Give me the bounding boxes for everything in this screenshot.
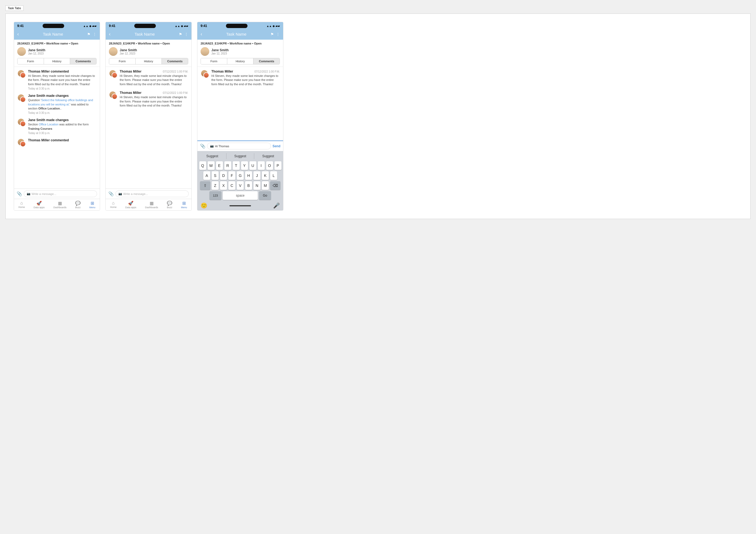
key-K[interactable]: K (262, 171, 269, 180)
content-3: Thomas Miller 07/12/2022 1:00 P.M. Hi St… (197, 67, 283, 141)
key-F[interactable]: F (229, 171, 235, 180)
emoji-icon[interactable]: 🙂 (201, 202, 207, 209)
task-meta-3: 28JAN23_E1HKPR • Workflow name • Open (201, 42, 280, 45)
tab-form-2[interactable]: Form (109, 58, 136, 64)
time-3: 9:41 (201, 24, 207, 28)
flag-icon-3[interactable]: ⚑ (270, 32, 274, 37)
key-B[interactable]: B (245, 181, 252, 190)
nav-buzz-2[interactable]: 💬 Buzz (167, 201, 172, 209)
tab-comments-3[interactable]: Comments (254, 58, 280, 64)
suggest-2[interactable]: Suggest (227, 153, 255, 159)
key-X[interactable]: X (220, 181, 227, 190)
key-G[interactable]: G (237, 171, 244, 180)
more-icon-2[interactable]: ⋮ (184, 32, 188, 37)
change-item-1-3: Jane Smith made changes Section Office L… (17, 118, 96, 135)
key-M[interactable]: M (262, 181, 269, 190)
nav-dataapps-1[interactable]: 🚀 Data apps (34, 201, 45, 209)
key-A[interactable]: A (203, 171, 210, 180)
key-V[interactable]: V (237, 181, 244, 190)
nav-menu-2[interactable]: ⊞ Menu (181, 201, 187, 209)
key-space[interactable]: space (223, 191, 258, 200)
msg-input-3[interactable]: 📷 Hi Thomas (207, 143, 271, 150)
attach-icon-3[interactable]: 📎 (200, 144, 205, 149)
time-1: 9:41 (17, 24, 24, 28)
key-C[interactable]: C (229, 181, 235, 190)
user-date-3: Jan 12, 2023 (211, 52, 229, 55)
key-H[interactable]: H (245, 171, 252, 180)
keyboard-3: Suggest Suggest Suggest Q W E R T Y U I … (197, 151, 283, 211)
attach-icon-1[interactable]: 📎 (17, 191, 22, 196)
nav-home-2[interactable]: ⌂ Home (110, 201, 117, 209)
key-T[interactable]: T (233, 161, 240, 170)
tab-comments-2[interactable]: Comments (162, 58, 188, 64)
key-E[interactable]: E (216, 161, 223, 170)
msg-input-1[interactable]: 📷 Write a message... (24, 190, 97, 197)
key-P[interactable]: P (275, 161, 282, 170)
key-R[interactable]: R (224, 161, 231, 170)
back-btn-2[interactable]: ‹ (109, 31, 111, 37)
key-D[interactable]: D (220, 171, 227, 180)
change-time-1-2: Today at 3:30 p.m. (28, 111, 96, 114)
flag-icon-2[interactable]: ⚑ (179, 32, 182, 37)
nav-dashboards-1[interactable]: ▦ Dashboards (53, 201, 67, 209)
outer-frame: 9:41 ▲▲◈▰▰ ‹ Task Name ⚑ ⋮ 28JAN23_E1HKP… (5, 14, 751, 219)
key-N[interactable]: N (254, 181, 260, 190)
key-U[interactable]: U (249, 161, 256, 170)
status-bar-1: 9:41 ▲▲◈▰▰ (14, 22, 100, 30)
change-link-1-2[interactable]: Select the following office buildings an… (28, 98, 93, 106)
avatar-1 (17, 47, 26, 56)
nav-dataapps-2[interactable]: 🚀 Data apps (125, 201, 136, 209)
key-Z[interactable]: Z (212, 181, 219, 190)
comment-date-2-1: 07/12/2022 1:00 P.M. (163, 70, 188, 73)
key-shift[interactable]: ⇧ (200, 181, 210, 190)
key-O[interactable]: O (266, 161, 273, 170)
nav-buzz-1[interactable]: 💬 Buzz (75, 201, 81, 209)
flag-icon-1[interactable]: ⚑ (87, 32, 91, 37)
user-name-3: Jane Smith (211, 48, 229, 52)
key-Y[interactable]: Y (241, 161, 248, 170)
key-L[interactable]: L (270, 171, 277, 180)
suggest-1[interactable]: Suggest (199, 153, 227, 159)
phone-1: 9:41 ▲▲◈▰▰ ‹ Task Name ⚑ ⋮ 28JAN23_E1HKP… (14, 22, 100, 211)
status-icons-2: ▲▲◈▰▰ (175, 25, 188, 28)
key-123[interactable]: 123 (209, 191, 221, 200)
suggest-3[interactable]: Suggest (254, 153, 282, 159)
back-btn-1[interactable]: ‹ (17, 31, 19, 37)
task-tabs-label: Task Tabs (5, 5, 23, 11)
nav-home-1[interactable]: ⌂ Home (18, 201, 25, 209)
tab-history-3[interactable]: History (227, 58, 254, 64)
tab-history-1[interactable]: History (44, 58, 70, 64)
nav-menu-1[interactable]: ⊞ Menu (89, 201, 95, 209)
comment-item-1-1: Thomas Miller commented Hi Steven, they … (17, 70, 96, 90)
msg-input-2[interactable]: 📷 Write a message... (115, 190, 189, 197)
comment-text-1-1: Hi Steven, they made some last minute ch… (28, 74, 96, 86)
more-icon-1[interactable]: ⋮ (93, 32, 96, 37)
nav-dashboards-2[interactable]: ▦ Dashboards (145, 201, 158, 209)
key-W[interactable]: W (207, 161, 215, 170)
back-btn-3[interactable]: ‹ (201, 31, 202, 37)
mic-icon[interactable]: 🎤 (273, 202, 280, 209)
key-I[interactable]: I (258, 161, 265, 170)
msg-input-icon-3: 📷 (210, 144, 214, 148)
key-go[interactable]: Go (259, 191, 271, 200)
tab-comments-1[interactable]: Comments (70, 58, 96, 64)
send-btn-3[interactable]: Send (273, 144, 281, 148)
key-Q[interactable]: Q (199, 161, 206, 170)
change-link-1-3[interactable]: Office Location (39, 123, 59, 126)
key-backspace[interactable]: ⌫ (270, 181, 281, 190)
key-S[interactable]: S (212, 171, 219, 180)
nav-icons-2: ⚑ ⋮ (179, 32, 188, 37)
suggest-row-3: Suggest Suggest Suggest (199, 153, 282, 160)
tab-form-1[interactable]: Form (17, 58, 44, 64)
more-icon-3[interactable]: ⋮ (276, 32, 280, 37)
bottom-nav-1: ⌂ Home 🚀 Data apps ▦ Dashboards 💬 Buzz ⊞… (14, 199, 100, 211)
comment-author-1-1: Thomas Miller commented (28, 70, 96, 73)
nav-bar-3: ‹ Task Name ⚑ ⋮ (197, 30, 283, 40)
attach-icon-2[interactable]: 📎 (108, 191, 114, 196)
tab-history-2[interactable]: History (136, 58, 162, 64)
tab-form-3[interactable]: Form (201, 58, 227, 64)
emoji-mic-row: 🙂 🎤 (199, 201, 282, 209)
status-icons-3: ▲▲◈▰▰ (266, 25, 280, 28)
status-icons-1: ▲▲◈▰▰ (83, 25, 96, 28)
key-J[interactable]: J (254, 171, 260, 180)
